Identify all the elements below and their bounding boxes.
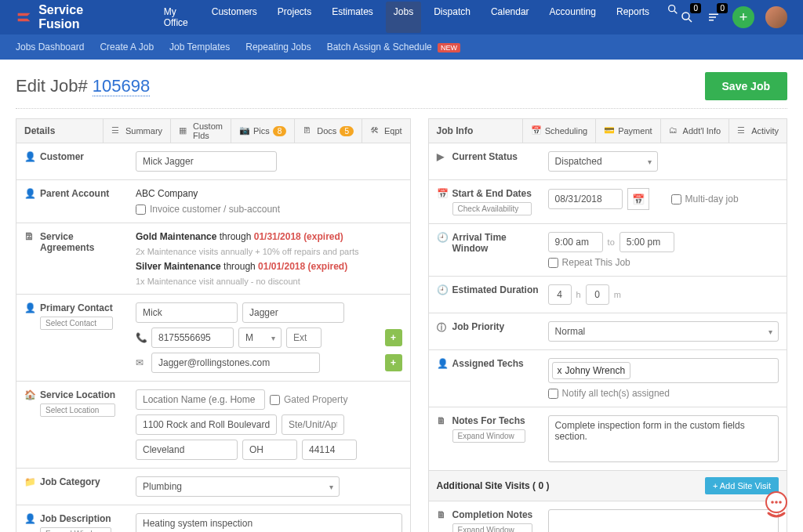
status-select[interactable] bbox=[548, 151, 658, 172]
play-icon: ▶ bbox=[437, 151, 448, 162]
notify-techs-checkbox[interactable]: Notify all tech(s) assigned bbox=[548, 388, 779, 399]
tab-activity[interactable]: ☰Activity bbox=[729, 119, 787, 143]
street-input[interactable] bbox=[136, 414, 277, 435]
visits-header: Additional Site Visits ( 0 ) + Add Site … bbox=[428, 471, 787, 501]
card-icon: 💳 bbox=[604, 125, 615, 136]
user-avatar[interactable] bbox=[765, 6, 787, 28]
tab-custom-fields[interactable]: ▦Custom Flds bbox=[170, 119, 231, 143]
arrival-from-input[interactable] bbox=[548, 232, 603, 252]
select-location-button[interactable]: Select Location bbox=[40, 404, 115, 417]
date-picker-button[interactable]: 📅 bbox=[627, 188, 649, 210]
zip-input[interactable] bbox=[302, 440, 357, 460]
tab-docs[interactable]: 🖹Docs5 bbox=[294, 119, 362, 143]
completion-notes-textarea[interactable] bbox=[548, 509, 779, 532]
location-name-input[interactable] bbox=[136, 389, 265, 410]
job-description-textarea[interactable]: Heating system inspection bbox=[136, 513, 402, 532]
nav-jobs[interactable]: Jobs bbox=[386, 2, 421, 33]
expand-completion-button[interactable]: Expand Window bbox=[452, 523, 533, 532]
subnav-dashboard[interactable]: Jobs Dashboard bbox=[16, 42, 84, 52]
state-input[interactable] bbox=[242, 440, 297, 460]
expand-description-button[interactable]: Expand Window bbox=[40, 527, 111, 532]
duration-hours-input[interactable] bbox=[548, 284, 572, 305]
city-input[interactable] bbox=[136, 440, 238, 460]
assigned-techs-input[interactable]: xJohny Wrench bbox=[548, 358, 779, 383]
contact-last-input[interactable] bbox=[242, 302, 344, 323]
calendar-icon: 📅 bbox=[437, 188, 448, 199]
remove-chip-icon[interactable]: x bbox=[558, 365, 562, 376]
queue-badge: 0 bbox=[717, 3, 728, 13]
email-input[interactable] bbox=[151, 353, 320, 373]
priority-select[interactable] bbox=[548, 321, 779, 342]
jobinfo-column: Job Info 📅Scheduling 💳Payment 🗂Addt'l In… bbox=[428, 118, 787, 532]
job-number[interactable]: 105698 bbox=[93, 76, 150, 96]
logo-icon bbox=[16, 9, 32, 26]
notifications-badge: 0 bbox=[690, 3, 701, 13]
svg-point-10 bbox=[779, 501, 782, 504]
arrival-to-input[interactable] bbox=[620, 232, 674, 252]
tab-payment[interactable]: 💳Payment bbox=[595, 119, 659, 143]
add-new-button[interactable]: + bbox=[732, 6, 754, 28]
nav-customers[interactable]: Customers bbox=[204, 2, 265, 33]
new-badge: NEW bbox=[438, 43, 460, 52]
expand-notes-button[interactable]: Expand Window bbox=[452, 429, 525, 443]
subnav-repeating[interactable]: Repeating Jobs bbox=[245, 42, 311, 52]
subnav-create-job[interactable]: Create A Job bbox=[100, 42, 154, 52]
label-priority: ⓘJob Priority bbox=[437, 321, 539, 332]
nav-accounting[interactable]: Accounting bbox=[542, 2, 604, 33]
label-service-agreements: 🖺Service Agreements bbox=[24, 231, 126, 253]
select-contact-button[interactable]: Select Contact bbox=[40, 317, 113, 330]
queue-icon[interactable]: 0 bbox=[706, 9, 721, 25]
phone-ext-input[interactable] bbox=[286, 328, 322, 348]
check-availability-button[interactable]: Check Availability bbox=[452, 202, 532, 215]
row-notes-techs: 🗎 Notes For Techs Expand Window Complete… bbox=[428, 407, 787, 471]
tab-scheduling[interactable]: 📅Scheduling bbox=[522, 119, 595, 143]
nav-estimates[interactable]: Estimates bbox=[324, 2, 381, 33]
multiday-checkbox[interactable]: Multi-day job bbox=[671, 194, 739, 204]
row-duration: 🕘Estimated Duration h m bbox=[428, 277, 787, 313]
contact-first-input[interactable] bbox=[136, 302, 238, 323]
row-service-agreements: 🖺Service Agreements Gold Maintenance thr… bbox=[16, 223, 411, 295]
notifications-icon[interactable]: 0 bbox=[679, 9, 695, 25]
tab-eqpt[interactable]: 🛠Eqpt bbox=[362, 119, 410, 143]
start-date-input[interactable] bbox=[548, 189, 623, 209]
tab-pics[interactable]: 📷Pics8 bbox=[231, 119, 294, 143]
tab-addtl[interactable]: 🗂Addt'l Info bbox=[660, 119, 729, 143]
save-job-button[interactable]: Save Job bbox=[705, 72, 787, 100]
tab-summary[interactable]: ☰Summary bbox=[103, 119, 170, 143]
invoice-sub-checkbox[interactable]: Invoice customer / sub-account bbox=[136, 204, 402, 215]
phone-type-select[interactable]: M bbox=[238, 328, 282, 348]
page-title-prefix: Edit Job# bbox=[16, 76, 93, 96]
jobinfo-header: Job Info 📅Scheduling 💳Payment 🗂Addt'l In… bbox=[428, 118, 787, 143]
nav-projects[interactable]: Projects bbox=[270, 2, 319, 33]
topbar: Service Fusion My Office Customers Proje… bbox=[0, 0, 803, 34]
customer-input[interactable] bbox=[136, 151, 277, 172]
notes-techs-textarea[interactable]: Complete inspection form in the custom f… bbox=[548, 415, 779, 462]
unit-input[interactable] bbox=[282, 414, 344, 435]
search-icon[interactable] bbox=[667, 2, 679, 17]
nav-calendar[interactable]: Calendar bbox=[483, 2, 537, 33]
row-parent-account: 👤Parent Account ABC Company Invoice cust… bbox=[16, 180, 411, 223]
nav-my-office[interactable]: My Office bbox=[156, 2, 199, 33]
nav-reports[interactable]: Reports bbox=[609, 2, 657, 33]
phone-input[interactable] bbox=[151, 328, 234, 348]
subnav: Jobs Dashboard Create A Job Job Template… bbox=[0, 34, 803, 60]
main-nav: My Office Customers Projects Estimates J… bbox=[156, 2, 679, 33]
add-phone-button[interactable]: + bbox=[385, 329, 402, 346]
gated-checkbox[interactable]: Gated Property bbox=[270, 394, 347, 405]
clock-icon: 🕘 bbox=[437, 232, 448, 243]
tech-chip[interactable]: xJohny Wrench bbox=[552, 362, 630, 379]
camera-icon: 📷 bbox=[239, 125, 250, 136]
repeat-job-checkbox[interactable]: Repeat This Job bbox=[548, 257, 779, 268]
details-title: Details bbox=[16, 119, 103, 143]
job-category-select[interactable] bbox=[136, 476, 340, 497]
nav-dispatch[interactable]: Dispatch bbox=[426, 2, 478, 33]
subnav-batch[interactable]: Batch Assign & Schedule NEW bbox=[327, 42, 460, 52]
svg-point-0 bbox=[669, 5, 675, 12]
page-body: Edit Job# 105698 Save Job Details ☰Summa… bbox=[0, 60, 803, 532]
help-chat-button[interactable] bbox=[759, 488, 794, 523]
add-email-button[interactable]: + bbox=[385, 354, 402, 371]
subnav-job-templates[interactable]: Job Templates bbox=[169, 42, 230, 52]
row-assigned-techs: 👤Assigned Techs xJohny Wrench Notify all… bbox=[428, 350, 787, 407]
svg-line-1 bbox=[674, 11, 677, 13]
duration-mins-input[interactable] bbox=[586, 284, 609, 305]
